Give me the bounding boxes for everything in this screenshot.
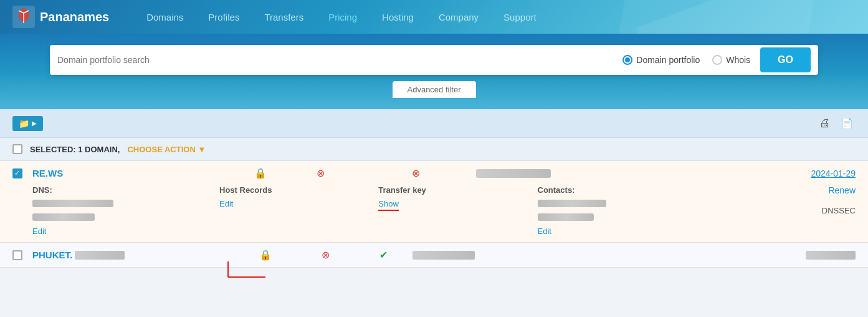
dnssec-label: DNSSEC — [822, 206, 856, 215]
selected-text: SELECTED: 1 DOMAIN, — [30, 145, 120, 154]
print-icon: 🖨 — [819, 117, 831, 129]
domain-portfolio-option[interactable]: Domain portfolio — [622, 55, 700, 65]
host-records-label: Host Records — [219, 185, 378, 195]
nav-domains[interactable]: Domains — [146, 12, 183, 22]
whois-radio[interactable] — [712, 55, 722, 65]
domain-checkbox-1[interactable] — [12, 168, 22, 178]
lock-icon-1: 🔒 — [254, 167, 267, 179]
whois-label: Whois — [726, 55, 750, 65]
print-button[interactable]: 🖨 — [817, 114, 833, 132]
domain-row-header-2: PHUKET. 🔒 ⊗ ✔ — [12, 249, 856, 261]
domain2-blurred-date — [806, 251, 856, 260]
domain-details-1: DNS: Edit Host Records Edit Transfer key… — [32, 185, 856, 236]
domain-row-header-1: RE.WS 🔒 ⊗ ⊗ 2024-01-29 — [12, 167, 856, 179]
domain-portfolio-radio[interactable] — [622, 55, 632, 65]
domain-date-1[interactable]: 2024-01-29 — [811, 168, 856, 178]
choose-action-button[interactable]: CHOOSE ACTION ▼ — [127, 145, 206, 154]
dns-column: DNS: Edit — [32, 185, 219, 236]
domain-row-1: RE.WS 🔒 ⊗ ⊗ 2024-01-29 DNS: Edit — [0, 161, 868, 243]
logo-link[interactable]: Pananames — [12, 6, 109, 28]
warning-icon-2: ⊗ — [322, 249, 330, 261]
nav-support[interactable]: Support — [503, 12, 537, 22]
domain-row-2: PHUKET. 🔒 ⊗ ✔ — [0, 243, 868, 268]
check-icon-2: ✔ — [379, 249, 388, 261]
main-nav: Domains Profiles Transfers Pricing Hosti… — [146, 12, 536, 22]
nav-company[interactable]: Company — [439, 12, 479, 22]
transfer-key-show-link[interactable]: Show — [378, 199, 399, 208]
brand-name: Pananames — [40, 10, 109, 24]
search-options: Domain portfolio Whois — [622, 55, 750, 65]
actions-column: Renew DNSSEC — [697, 185, 856, 236]
go-button[interactable]: GO — [760, 47, 811, 72]
advanced-filter-tab: Advanced filter — [50, 81, 818, 98]
host-records-edit-link[interactable]: Edit — [219, 199, 233, 208]
domain-link-2[interactable]: PHUKET. — [32, 250, 125, 260]
nav-transfers[interactable]: Transfers — [264, 12, 303, 22]
domain-icons-2: 🔒 ⊗ ✔ — [135, 249, 796, 261]
main-content: 📁 ▶ 🖨 📄 SELECTED: 1 DOMAIN, CHOOSE ACTIO… — [0, 109, 868, 317]
domain-icons-1: 🔒 ⊗ ⊗ — [130, 167, 801, 179]
warning-icon-1a: ⊗ — [317, 167, 325, 179]
logo-icon — [12, 6, 35, 28]
contacts-label: Contacts: — [538, 185, 697, 195]
toolbar: 📁 ▶ 🖨 📄 — [0, 109, 868, 138]
folder-button[interactable]: 📁 ▶ — [12, 116, 43, 131]
domain-checkbox-2[interactable] — [12, 250, 22, 260]
renew-link[interactable]: Renew — [828, 185, 856, 195]
search-input[interactable] — [57, 55, 622, 65]
whois-option[interactable]: Whois — [712, 55, 750, 65]
domain-portfolio-label: Domain portfolio — [636, 55, 700, 65]
lock-icon-2: 🔒 — [259, 249, 272, 261]
advanced-filter-label[interactable]: Advanced filter — [393, 81, 476, 98]
selection-bar: SELECTED: 1 DOMAIN, CHOOSE ACTION ▼ — [0, 138, 868, 161]
dns-edit-link[interactable]: Edit — [32, 227, 46, 236]
export-button[interactable]: 📄 — [838, 114, 856, 132]
nav-hosting[interactable]: Hosting — [382, 12, 414, 22]
domain-link-1[interactable]: RE.WS — [32, 168, 120, 178]
search-section: Domain portfolio Whois GO Advanced filte… — [0, 34, 868, 109]
transfer-key-column: Transfer key Show — [378, 185, 537, 236]
nav-profiles[interactable]: Profiles — [208, 12, 239, 22]
warning-icon-1b: ⊗ — [412, 167, 420, 179]
folder-icon: 📁 — [19, 119, 29, 129]
folder-chevron: ▶ — [32, 120, 37, 127]
dns-label: DNS: — [32, 185, 219, 195]
site-header: Pananames Domains Profiles Transfers Pri… — [0, 0, 868, 34]
host-records-column: Host Records Edit — [219, 185, 378, 236]
export-icon: 📄 — [841, 118, 853, 129]
transfer-key-label: Transfer key — [378, 185, 537, 195]
contacts-edit-link[interactable]: Edit — [538, 227, 551, 236]
nav-pricing[interactable]: Pricing — [328, 12, 357, 22]
contacts-column: Contacts: Edit — [538, 185, 697, 236]
toolbar-right: 🖨 📄 — [817, 114, 856, 132]
select-all-checkbox[interactable] — [12, 144, 22, 154]
search-bar: Domain portfolio Whois GO — [50, 45, 818, 75]
